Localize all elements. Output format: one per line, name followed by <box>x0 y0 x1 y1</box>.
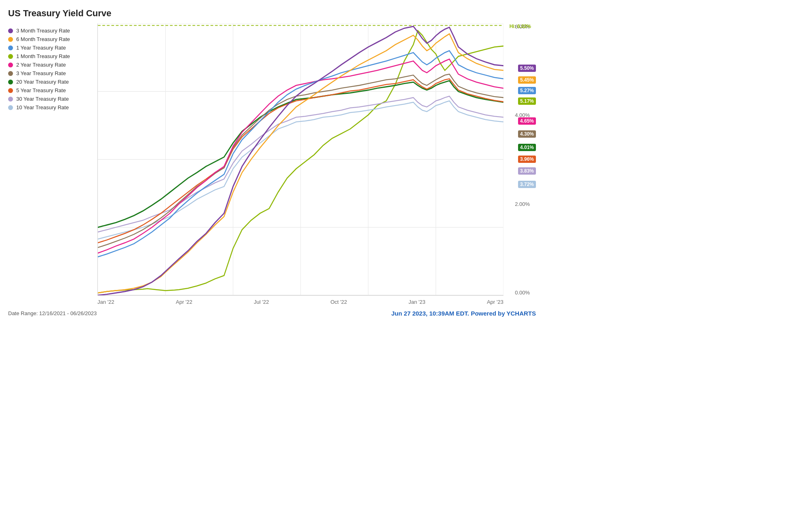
value-badge: 5.27% <box>518 87 536 94</box>
legend-item: 1 Month Treasury Rate <box>8 53 97 59</box>
value-badge: 5.17% <box>518 97 536 105</box>
legend-item: 20 Year Treasury Rate <box>8 79 97 85</box>
page-title: US Treasury Yield Curve <box>8 8 536 19</box>
legend: 3 Month Treasury Rate6 Month Treasury Ra… <box>8 24 97 308</box>
footer-info: Jun 27 2023, 10:39AM EDT. Powered by YCH… <box>391 310 536 317</box>
date-range: Date Range: 12/16/2021 - 06/26/2023 <box>8 310 97 316</box>
legend-item: 3 Year Treasury Rate <box>8 70 97 76</box>
value-badge: 4.30% <box>518 130 536 138</box>
legend-item: 3 Month Treasury Rate <box>8 28 97 34</box>
x-label-jan22: Jan '22 <box>97 299 114 305</box>
legend-item: 1 Year Treasury Rate <box>8 45 97 51</box>
x-label-oct22: Oct '22 <box>330 299 347 305</box>
value-badge: 3.96% <box>518 156 536 163</box>
legend-item: 30 Year Treasury Rate <box>8 96 97 102</box>
value-badge: 5.45% <box>518 76 536 84</box>
legend-item: 10 Year Treasury Rate <box>8 104 97 110</box>
value-badges: 5.50%5.45%5.27%5.17%4.65%4.30%4.01%3.96%… <box>510 24 536 288</box>
x-label-apr22: Apr '22 <box>176 299 192 305</box>
value-badge: 3.72% <box>518 181 536 188</box>
legend-item: 2 Year Treasury Rate <box>8 62 97 68</box>
value-badge: 3.83% <box>518 167 536 175</box>
chart-svg <box>97 24 503 296</box>
value-badge: 4.65% <box>518 117 536 125</box>
y-label-000: 0.00% <box>515 290 530 296</box>
x-label-jul22: Jul '22 <box>254 299 269 305</box>
legend-item: 6 Month Treasury Rate <box>8 36 97 42</box>
ycharts-brand: YCHARTS <box>506 310 536 317</box>
legend-item: 5 Year Treasury Rate <box>8 87 97 93</box>
value-badge: 4.01% <box>518 144 536 151</box>
value-badge: 5.50% <box>518 65 536 72</box>
x-label-jan23: Jan '23 <box>408 299 425 305</box>
footer-date: Jun 27 2023, 10:39AM EDT. Powered by <box>391 310 505 317</box>
x-label-apr23: Apr '23 <box>487 299 503 305</box>
